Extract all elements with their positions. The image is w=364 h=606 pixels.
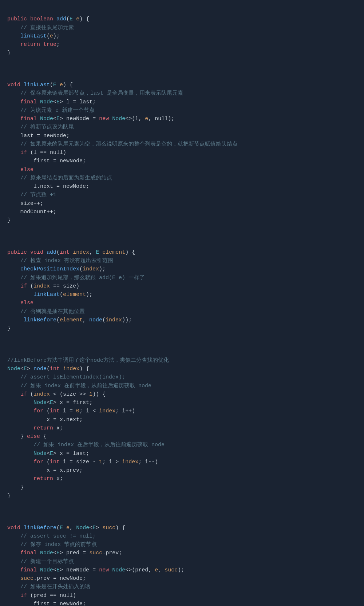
section-link-last: void linkLast(E e) { // 保存原来链表尾部节点，last …	[7, 81, 357, 225]
section-add-index: public void add(int index, E element) { …	[7, 248, 357, 333]
code-editor: public boolean add(E e) { // 直接往队尾加元素 li…	[7, 7, 357, 606]
section-add-boolean: public boolean add(E e) { // 直接往队尾加元素 li…	[7, 15, 357, 57]
section-node: //linkBefore方法中调用了这个node方法，类似二分查找的优化 Nod…	[7, 356, 357, 500]
section-link-before: void linkBefore(E e, Node<E> succ) { // …	[7, 524, 357, 606]
